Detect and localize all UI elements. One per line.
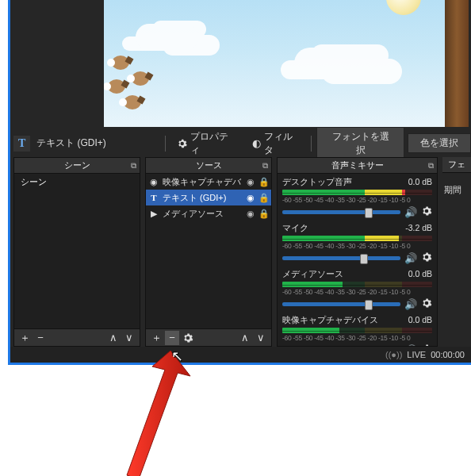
channel-settings-button[interactable]: [421, 344, 432, 346]
undock-icon[interactable]: ⧉: [262, 161, 268, 171]
scene-item[interactable]: シーン: [14, 174, 140, 190]
sources-panel-header: ソース ⧉: [146, 158, 271, 174]
svg-marker-0: [127, 351, 190, 476]
filter-icon: ◐: [252, 137, 261, 149]
sun-graphic: [386, 0, 421, 15]
mixer-channel: メディアソース0.0 dB-60 -55 -50 -45 -40 -35 -30…: [278, 266, 437, 312]
vu-meter: [282, 190, 432, 195]
select-color-button[interactable]: 色を選択: [408, 133, 471, 153]
volume-slider[interactable]: [282, 210, 400, 214]
scenes-footer: ＋ − ∧ ∨: [14, 328, 140, 346]
sources-list[interactable]: ◉ 映像キャプチャデバ ◉ 🔒 T テキスト (GDI+) ◉ 🔒 ▶ メディア…: [146, 174, 271, 328]
move-source-up-button[interactable]: ∧: [238, 331, 252, 345]
channel-name: メディアソース: [282, 269, 343, 280]
channel-db: 0.0 dB: [408, 177, 432, 188]
channel-name: マイク: [282, 223, 308, 234]
bird-graphic: [124, 95, 141, 109]
broadcast-icon: ((●)): [385, 350, 402, 359]
gear-icon: [177, 138, 187, 149]
selected-source-label: テキスト (GDI+): [33, 136, 160, 150]
remove-scene-button[interactable]: −: [33, 331, 48, 345]
divider: [311, 136, 312, 152]
sources-footer: ＋ − ∧ ∨: [146, 328, 271, 346]
visibility-toggle[interactable]: ◉: [245, 193, 256, 203]
dock-panels: シーン ⧉ シーン ＋ − ∧ ∨ ソース ⧉ ◉ 映像キャプ: [13, 157, 471, 347]
bird-graphic: [108, 79, 125, 94]
meter-ticks: -60 -55 -50 -45 -40 -35 -30 -25 -20 -15 …: [282, 196, 432, 204]
transitions-body: 期間: [442, 173, 471, 207]
channel-db: 0.0 dB: [408, 315, 432, 326]
channel-settings-button[interactable]: [421, 251, 432, 264]
cloud-graphic: [136, 24, 199, 51]
visibility-toggle[interactable]: ◉: [245, 177, 256, 187]
source-row[interactable]: ▶ メディアソース ◉ 🔒: [146, 205, 271, 221]
visibility-toggle[interactable]: ◉: [245, 209, 256, 219]
mixer-panel: 音声ミキサー ⧉ デスクトップ音声0.0 dB-60 -55 -50 -45 -…: [277, 157, 438, 347]
channel-settings-button[interactable]: [421, 298, 432, 310]
divider: [165, 136, 166, 152]
scenes-panel: シーン ⧉ シーン ＋ − ∧ ∨: [13, 157, 140, 347]
scenes-list[interactable]: シーン: [14, 174, 140, 328]
transitions-panel-clipped: フェ 期間: [442, 157, 471, 347]
source-name: 映像キャプチャデバ: [163, 176, 243, 188]
meter-ticks: -60 -55 -50 -45 -40 -35 -30 -25 -20 -15 …: [282, 288, 432, 296]
filters-label: フィルタ: [264, 130, 300, 157]
bird-graphic: [132, 71, 149, 86]
app-window: T テキスト (GDI+) プロパティ ◐ フィルタ フォントを選択 色を選択 …: [8, 0, 471, 365]
properties-button[interactable]: プロパティ: [170, 128, 243, 159]
select-font-button[interactable]: フォントを選択: [316, 127, 404, 160]
channel-name: 映像キャプチャデバイス: [282, 315, 378, 326]
mute-button[interactable]: 🔊: [404, 298, 417, 310]
lock-toggle[interactable]: 🔒: [258, 177, 270, 187]
filters-button[interactable]: ◐ フィルタ: [246, 128, 306, 159]
remove-source-button[interactable]: −: [165, 331, 179, 345]
mixer-channel: デスクトップ音声0.0 dB-60 -55 -50 -45 -40 -35 -3…: [278, 174, 437, 220]
move-scene-down-button[interactable]: ∨: [122, 331, 136, 345]
meter-ticks: -60 -55 -50 -45 -40 -35 -30 -25 -20 -15 …: [282, 242, 432, 250]
text-icon: T: [147, 193, 160, 202]
move-source-down-button[interactable]: ∨: [254, 331, 268, 345]
mixer-panel-header: 音声ミキサー ⧉: [278, 158, 437, 174]
gear-icon: [182, 332, 193, 344]
cloud-graphic: [294, 48, 381, 79]
meter-ticks: -60 -55 -50 -45 -40 -35 -30 -25 -20 -15 …: [282, 334, 432, 342]
selected-source-type-icon: T: [13, 136, 30, 152]
live-time: 00:00:00: [431, 350, 465, 359]
mixer-channel: マイク-3.2 dB-60 -55 -50 -45 -40 -35 -30 -2…: [278, 220, 437, 266]
source-row[interactable]: ◉ 映像キャプチャデバ ◉ 🔒: [146, 174, 271, 190]
status-bar: ((●)) LIVE 00:00:00: [10, 347, 471, 363]
undock-icon[interactable]: ⧉: [131, 161, 136, 171]
undock-icon[interactable]: ⧉: [428, 161, 434, 171]
channel-db: 0.0 dB: [408, 269, 432, 280]
lock-toggle[interactable]: 🔒: [258, 193, 270, 203]
preview-canvas[interactable]: [104, 0, 469, 127]
channel-name: デスクトップ音声: [282, 177, 352, 188]
mixer-channel: 映像キャプチャデバイス0.0 dB-60 -55 -50 -45 -40 -35…: [278, 312, 437, 346]
volume-slider[interactable]: [282, 302, 400, 306]
scenes-panel-header: シーン ⧉: [14, 158, 140, 174]
mixer-list[interactable]: デスクトップ音声0.0 dB-60 -55 -50 -45 -40 -35 -3…: [278, 174, 437, 346]
mute-button[interactable]: 🔊: [404, 206, 417, 218]
source-name: テキスト (GDI+): [163, 192, 243, 204]
context-toolbar: T テキスト (GDI+) プロパティ ◐ フィルタ フォントを選択 色を選択: [13, 133, 471, 153]
source-properties-button[interactable]: [181, 331, 195, 345]
transitions-title: フェ: [448, 159, 465, 171]
add-scene-button[interactable]: ＋: [17, 331, 32, 345]
sources-panel-title: ソース: [196, 159, 222, 171]
lock-toggle[interactable]: 🔒: [258, 209, 270, 219]
source-row[interactable]: T テキスト (GDI+) ◉ 🔒: [146, 190, 271, 205]
live-label: LIVE: [407, 350, 426, 359]
move-scene-up-button[interactable]: ∧: [106, 331, 121, 345]
source-name: メディアソース: [163, 208, 243, 220]
channel-db: -3.2 dB: [405, 223, 432, 234]
bird-graphic: [112, 56, 129, 70]
mute-button[interactable]: 🔊: [404, 344, 417, 347]
vu-meter: [282, 236, 432, 241]
add-source-button[interactable]: ＋: [149, 331, 163, 345]
play-icon: ▶: [147, 209, 160, 219]
mute-button[interactable]: 🔊: [404, 252, 417, 264]
mixer-panel-title: 音声ミキサー: [331, 159, 384, 171]
properties-label: プロパティ: [190, 130, 236, 157]
channel-settings-button[interactable]: [421, 205, 432, 218]
volume-slider[interactable]: [282, 256, 400, 260]
